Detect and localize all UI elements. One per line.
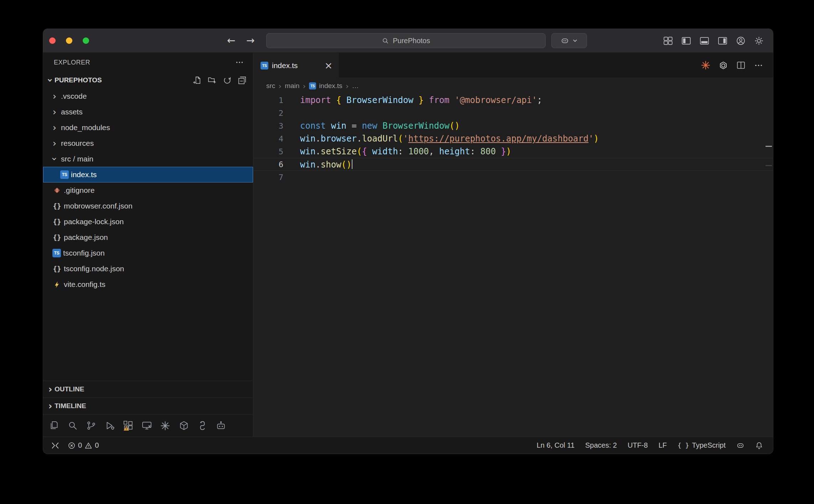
command-center-label: PurePhotos (393, 37, 430, 45)
remote-indicator-icon[interactable] (51, 441, 60, 450)
timeline-label: TIMELINE (55, 402, 86, 410)
package-icon[interactable] (179, 421, 189, 431)
tree-item-label: resources (61, 139, 94, 148)
code-text: const win = new BrowserWindow() (283, 121, 460, 131)
breadcrumb-main[interactable]: main (285, 82, 299, 90)
code-line-3[interactable]: 3const win = new BrowserWindow() (253, 119, 773, 132)
warning-icon (85, 442, 92, 449)
monitor-icon[interactable] (141, 421, 152, 431)
line-number: 5 (253, 147, 283, 156)
tree-item-vite-config-ts[interactable]: vite.config.ts (43, 277, 253, 292)
sidebar: EXPLORER › PUREPHOTOS (43, 53, 253, 437)
code-line-7[interactable]: 7 (253, 171, 773, 184)
starburst-icon[interactable] (160, 421, 170, 431)
back-arrow-icon[interactable]: ← (227, 36, 235, 46)
tab-bar: TS index.ts × (253, 53, 773, 78)
tree-item-gitignore[interactable]: .gitignore (43, 182, 253, 198)
tree-item-resources[interactable]: ›resources (43, 135, 253, 151)
panel-right-icon[interactable] (718, 36, 727, 46)
typescript-file-icon: TS (309, 82, 316, 89)
code-line-5[interactable]: 5win.setSize({ width: 1000, height: 800 … (253, 145, 773, 158)
new-file-icon[interactable] (193, 76, 202, 85)
python-icon[interactable] (197, 421, 207, 431)
close-button[interactable] (49, 37, 56, 44)
tree-item-label: mobrowser.conf.json (64, 202, 133, 210)
vite-file-icon (52, 280, 62, 289)
robot-icon[interactable] (216, 421, 226, 431)
more-actions-icon[interactable] (235, 58, 244, 67)
files-icon[interactable] (49, 421, 59, 431)
tree-item-node-modules[interactable]: ›node_modules (43, 120, 253, 135)
line-number: 6 (253, 160, 283, 169)
tree-item-mobrowser-conf-json[interactable]: {}mobrowser.conf.json (43, 198, 253, 214)
extensions-icon[interactable] (123, 421, 133, 431)
status-bar: 0 0 Ln 6, Col 11 Spaces: 2 UTF-8 LF { } … (43, 437, 773, 454)
code-line-6[interactable]: 6win.show() (253, 158, 773, 171)
breadcrumb-file[interactable]: TS index.ts (309, 82, 342, 90)
tree-item-package-json[interactable]: {}package.json (43, 230, 253, 245)
code-line-2[interactable]: 2 (253, 107, 773, 119)
zoom-button[interactable] (83, 37, 89, 44)
chevron-down-icon (572, 39, 578, 42)
explorer-section-header[interactable]: › PUREPHOTOS (43, 72, 253, 88)
timeline-section-header[interactable]: › TIMELINE (43, 397, 253, 414)
copilot-menu[interactable] (551, 33, 587, 48)
panel-left-icon[interactable] (681, 36, 691, 46)
tree-item-vscode[interactable]: ›.vscode (43, 88, 253, 104)
encoding[interactable]: UTF-8 (628, 441, 648, 449)
close-tab-icon[interactable]: × (324, 61, 333, 70)
tree-item-tsconfig-json[interactable]: TStsconfig.json (43, 245, 253, 261)
line-number: 1 (253, 96, 283, 105)
minimize-button[interactable] (66, 37, 72, 44)
language-mode[interactable]: { } TypeScript (678, 441, 726, 449)
tab-index-ts[interactable]: TS index.ts × (253, 53, 339, 78)
notifications-bell-icon[interactable] (755, 442, 763, 449)
titlebar: ← → PurePhotos (43, 29, 773, 53)
settings-gear-icon[interactable] (754, 36, 764, 46)
eol-sequence[interactable]: LF (659, 441, 667, 449)
chevron-right-icon: › (303, 82, 306, 91)
new-folder-icon[interactable] (208, 76, 217, 85)
outline-section-header[interactable]: › OUTLINE (43, 381, 253, 397)
search-icon[interactable] (67, 421, 78, 431)
forward-arrow-icon[interactable]: → (246, 36, 254, 46)
code-editor[interactable]: 1import { BrowserWindow } from '@mobrows… (253, 94, 773, 437)
account-icon[interactable] (736, 36, 746, 46)
layout-grid-icon[interactable] (663, 36, 673, 46)
json-file-icon: {} (52, 233, 62, 242)
problems-status[interactable]: 0 0 (68, 441, 99, 449)
run-debug-icon[interactable] (104, 421, 115, 431)
code-line-1[interactable]: 1import { BrowserWindow } from '@mobrows… (253, 94, 773, 107)
collapse-all-icon[interactable] (238, 76, 247, 85)
split-editor-icon[interactable] (736, 61, 746, 70)
starburst-icon[interactable] (701, 61, 710, 70)
tree-item-assets[interactable]: ›assets (43, 104, 253, 120)
source-control-icon[interactable] (86, 421, 96, 431)
openai-icon[interactable] (719, 61, 728, 70)
breadcrumb-symbol[interactable]: … (352, 82, 359, 90)
cursor-position[interactable]: Ln 6, Col 11 (537, 441, 575, 449)
more-actions-icon[interactable] (754, 61, 763, 70)
indentation[interactable]: Spaces: 2 (585, 441, 617, 449)
line-number: 4 (253, 134, 283, 143)
line-number: 3 (253, 122, 283, 130)
tree-item-index-ts[interactable]: TSindex.ts (43, 167, 253, 182)
tree-item-label: assets (61, 108, 83, 116)
command-center[interactable]: PurePhotos (266, 33, 546, 48)
tree-item-package-lock-json[interactable]: {}package-lock.json (43, 214, 253, 230)
explorer-header: EXPLORER (43, 53, 253, 72)
tree-item-tsconfig-node-json[interactable]: {}tsconfig.node.json (43, 261, 253, 277)
tree-item-label: index.ts (71, 170, 97, 179)
panel-bottom-icon[interactable] (700, 36, 709, 46)
section-label: PUREPHOTOS (55, 76, 102, 84)
json-file-icon: {} (52, 217, 62, 226)
code-line-4[interactable]: 4win.browser.loadUrl('https://purephotos… (253, 132, 773, 145)
json-file-icon: {} (52, 264, 62, 273)
chevron-right-icon: › (50, 123, 59, 132)
code-text: import { BrowserWindow } from '@mobrowse… (283, 95, 542, 105)
breadcrumb-src[interactable]: src (266, 82, 275, 90)
copilot-status-icon[interactable] (736, 441, 745, 449)
refresh-icon[interactable] (223, 76, 232, 85)
chevron-down-icon: › (50, 155, 59, 163)
tree-item-src-main[interactable]: ›src / main (43, 151, 253, 167)
